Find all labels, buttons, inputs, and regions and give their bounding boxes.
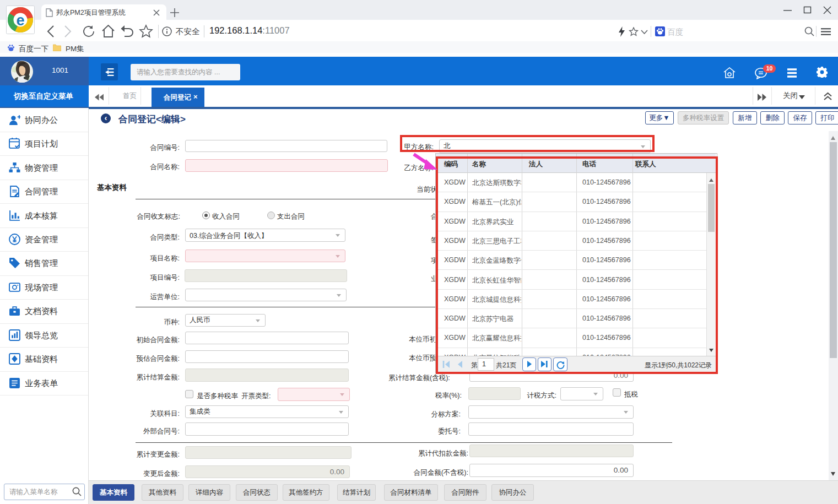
svg-text:e: e [16,12,24,29]
